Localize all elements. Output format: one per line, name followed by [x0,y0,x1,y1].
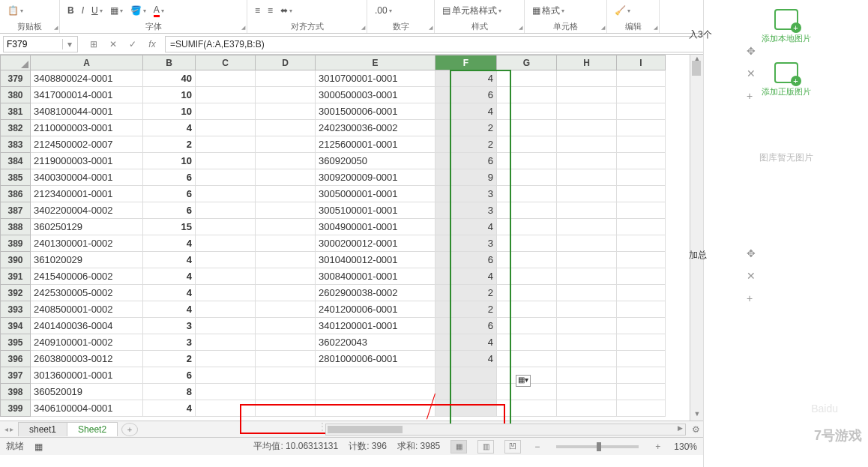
cell-G379[interactable] [497,70,557,87]
cell-C379[interactable] [196,70,256,87]
cell-E399[interactable] [316,400,435,417]
cell-B388[interactable]: 15 [143,219,196,235]
cell-I385[interactable] [617,169,666,186]
cell-A384[interactable]: 2119000003-0001 [31,153,143,169]
row-header-379[interactable]: 379 [1,70,31,87]
fill-color-button[interactable]: 🪣▾ [129,4,148,17]
cell-E398[interactable] [316,384,435,400]
cell-A394[interactable]: 2401400036-0004 [31,318,143,334]
cell-E397[interactable] [316,367,435,384]
zoom-out-button[interactable]: − [531,442,543,452]
cell-D394[interactable] [256,318,316,334]
format-button[interactable]: ▦ 格式▾ [531,3,566,19]
cell-B399[interactable]: 4 [143,400,196,417]
cell-F393[interactable]: 2 [435,301,497,318]
cell-F386[interactable]: 3 [435,186,497,202]
row-header-386[interactable]: 386 [1,186,31,202]
cell-B391[interactable]: 4 [143,268,196,285]
cell-G394[interactable] [497,318,557,334]
cell-A380[interactable]: 3417000014-0001 [31,87,143,103]
cell-E382[interactable]: 2402300036-0002 [316,120,435,136]
cell-C385[interactable] [196,169,256,186]
add-sheet-button[interactable]: + [121,423,138,436]
cell-C388[interactable] [196,219,256,235]
cell-F380[interactable]: 6 [435,87,497,103]
spreadsheet-grid[interactable]: ABCDEFGHI3793408800024-0001403010700001-… [0,55,703,421]
cell-H395[interactable] [557,334,617,351]
cell-A382[interactable]: 2110000003-0001 [31,120,143,136]
cell-H392[interactable] [557,285,617,301]
cell-D397[interactable] [256,367,316,384]
tab-nav[interactable]: ◂▸ [0,425,18,433]
scroll-right-icon[interactable]: ▶ [675,424,685,435]
borders-button[interactable]: ▦▾ [109,4,124,17]
cell-G396[interactable] [497,351,557,367]
cell-H398[interactable] [557,384,617,400]
view-normal-button[interactable]: ▦ [450,440,467,454]
row-header-380[interactable]: 380 [1,87,31,103]
cell-D384[interactable] [256,153,316,169]
cell-I387[interactable] [617,202,666,219]
range-selector-icon[interactable]: ⊞ [85,36,102,52]
cell-A399[interactable]: 3406100004-0001 [31,400,143,417]
cell-I379[interactable] [617,70,666,87]
column-header-E[interactable]: E [316,55,435,70]
scroll-down-icon[interactable]: ▼ [690,410,704,421]
fx-icon[interactable]: fx [144,36,160,52]
cell-C384[interactable] [196,153,256,169]
zoom-slider[interactable] [556,445,639,448]
cell-C390[interactable] [196,252,256,268]
cell-H394[interactable] [557,318,617,334]
cell-H393[interactable] [557,301,617,318]
row-header-382[interactable]: 382 [1,120,31,136]
cell-E383[interactable]: 2125600001-0001 [316,136,435,153]
row-header-385[interactable]: 385 [1,169,31,186]
cell-C391[interactable] [196,268,256,285]
column-header-H[interactable]: H [557,55,617,70]
cell-B381[interactable]: 10 [143,103,196,120]
cell-F381[interactable]: 4 [435,103,497,120]
cell-F389[interactable]: 3 [435,235,497,252]
autofill-options-button[interactable]: ▦▾ [516,375,531,387]
row-header-384[interactable]: 384 [1,153,31,169]
view-pagebreak-button[interactable]: 凹 [504,440,521,454]
cell-A393[interactable]: 2408500001-0002 [31,301,143,318]
number-format-button[interactable]: .00▾ [373,4,394,17]
cell-C389[interactable] [196,235,256,252]
cell-C381[interactable] [196,103,256,120]
cell-D382[interactable] [256,120,316,136]
row-header-383[interactable]: 383 [1,136,31,153]
cell-F379[interactable]: 4 [435,70,497,87]
cell-A391[interactable]: 2415400006-0002 [31,268,143,285]
cell-I393[interactable] [617,301,666,318]
cell-I397[interactable] [617,367,666,384]
move-icon-2[interactable]: ✥ [747,247,756,259]
cell-E381[interactable]: 3001500006-0001 [316,103,435,120]
cell-H383[interactable] [557,136,617,153]
cell-E396[interactable]: 2801000006-0001 [316,351,435,367]
cell-H396[interactable] [557,351,617,367]
cell-C392[interactable] [196,285,256,301]
cell-C397[interactable] [196,367,256,384]
cell-E379[interactable]: 3010700001-0001 [316,70,435,87]
sheet-tab-sheet2[interactable]: Sheet2 [67,422,118,436]
row-header-394[interactable]: 394 [1,318,31,334]
cell-A388[interactable]: 360250129 [31,219,143,235]
cell-H381[interactable] [557,103,617,120]
cell-E392[interactable]: 2602900038-0002 [316,285,435,301]
cell-A389[interactable]: 2401300001-0002 [31,235,143,252]
cell-H385[interactable] [557,169,617,186]
cell-H384[interactable] [557,153,617,169]
cell-I384[interactable] [617,153,666,169]
cell-G383[interactable] [497,136,557,153]
cell-A387[interactable]: 3402200004-0002 [31,202,143,219]
cell-D389[interactable] [256,235,316,252]
cell-D381[interactable] [256,103,316,120]
row-header-390[interactable]: 390 [1,252,31,268]
cell-H387[interactable] [557,202,617,219]
cell-I382[interactable] [617,120,666,136]
row-header-381[interactable]: 381 [1,103,31,120]
cell-E393[interactable]: 2401200006-0001 [316,301,435,318]
cell-G390[interactable] [497,252,557,268]
cell-G392[interactable] [497,285,557,301]
